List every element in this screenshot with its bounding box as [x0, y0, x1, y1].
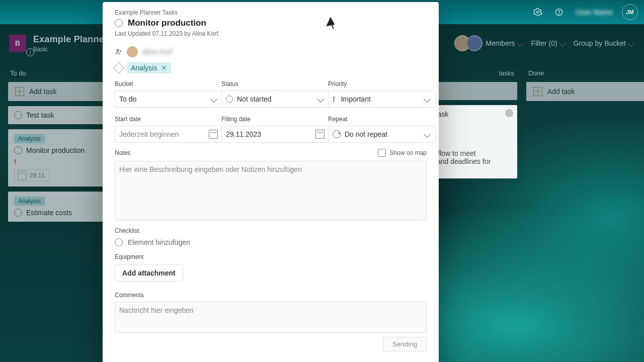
plan-badge-letter: B	[15, 39, 20, 47]
status-value: Not started	[237, 95, 271, 103]
add-task-button[interactable]: Add task	[526, 82, 644, 101]
status-field: Status Not started	[221, 80, 320, 108]
groupby-dropdown[interactable]: Group by Bucket	[574, 39, 635, 47]
task-title: Test task	[26, 111, 54, 119]
add-task-label: Add task	[547, 87, 575, 96]
chevron-down-icon	[519, 41, 524, 46]
checklist-placeholder: Element hinzufügen	[128, 238, 190, 246]
end-date-field: Filling date 29.11.2023	[221, 116, 320, 143]
field-label: Filling date	[221, 116, 320, 123]
status-select[interactable]: Not started	[221, 90, 329, 108]
assignees-row[interactable]: Alina Korf	[115, 46, 427, 57]
task-dialog: Example Planner Tasks Monitor production…	[103, 2, 439, 362]
send-label: Sending	[392, 340, 417, 348]
repeat-icon	[333, 130, 341, 138]
label-chip-text: Analysis	[131, 64, 157, 72]
calendar-icon[interactable]	[209, 130, 218, 139]
field-label: Status	[221, 80, 320, 87]
send-button[interactable]: Sending	[383, 337, 427, 351]
last-updated: Last Updated 07.11.2023 by Alina Korf.	[115, 30, 427, 37]
svg-point-0	[537, 11, 539, 14]
notes-label: Notes	[115, 149, 130, 156]
chevron-down-icon	[561, 41, 567, 46]
member-avatar-2[interactable]	[466, 35, 482, 51]
chevron-down-icon	[426, 97, 431, 102]
comments-label: Comments	[115, 292, 427, 299]
gear-icon	[533, 8, 542, 17]
task-chip: Analysis	[14, 197, 45, 206]
assignee-name: Alina Korf	[142, 48, 173, 56]
chevron-down-icon	[319, 97, 325, 102]
show-on-map-label: Show on map	[390, 149, 427, 156]
repeat-select[interactable]: Do not repeat	[328, 126, 436, 143]
due-date-text: 29.11.	[30, 172, 46, 179]
complete-toggle[interactable]	[14, 146, 22, 154]
end-value: 29.11.2023	[226, 130, 261, 138]
task-title: Monitor production	[26, 146, 85, 154]
complete-toggle[interactable]	[14, 209, 22, 217]
assign-icon	[115, 48, 123, 56]
labels-row[interactable]: Analysis ✕	[115, 62, 427, 73]
field-label: Start date	[115, 116, 213, 123]
repeat-value: Do not repeat	[345, 130, 387, 138]
add-checklist-item[interactable]: Element hinzufügen	[115, 238, 427, 246]
task-title: Estimate costs	[26, 209, 72, 217]
members-label: Members	[486, 39, 515, 47]
chevron-down-icon	[426, 132, 431, 137]
settings-button[interactable]	[530, 4, 546, 20]
column-title: Done	[528, 69, 644, 77]
repeat-field: Repeat Do not repeat	[328, 116, 427, 143]
comments-input[interactable]: Nachricht hier eingeben	[115, 302, 427, 333]
show-on-map-toggle[interactable]: Show on map	[378, 149, 427, 157]
complete-toggle[interactable]	[14, 111, 22, 119]
tag-icon	[113, 62, 125, 74]
field-label: Priority	[328, 80, 427, 87]
comments-placeholder: Nachricht hier eingeben	[119, 306, 194, 314]
add-task-label: Add task	[29, 87, 56, 96]
chevron-down-icon	[213, 97, 218, 102]
label-chip[interactable]: Analysis ✕	[127, 62, 171, 73]
members-dropdown[interactable]: Members	[486, 39, 524, 47]
add-attachment-label: Add attachment	[122, 269, 176, 277]
priority-select[interactable]: ! Important	[328, 90, 436, 108]
notes-input[interactable]: Hier eine Beschreibung eingeben oder Not…	[115, 161, 427, 220]
priority-icon: !	[14, 158, 16, 165]
add-attachment-button[interactable]: Add attachment	[115, 264, 183, 282]
plus-icon	[533, 87, 542, 96]
breadcrumb[interactable]: Example Planner Tasks	[115, 9, 427, 16]
complete-toggle[interactable]	[115, 19, 123, 27]
radio-icon	[115, 238, 123, 246]
svg-point-2	[558, 14, 559, 14]
bucket-select[interactable]: To do	[115, 90, 222, 108]
user-avatar[interactable]: JM	[622, 4, 638, 20]
remove-label-button[interactable]: ✕	[161, 64, 167, 72]
start-date-input[interactable]: Jederzeit beginnen	[115, 126, 222, 143]
assignee-avatar	[127, 46, 138, 57]
checklist-label: Checklist	[115, 227, 427, 234]
help-button[interactable]	[551, 4, 567, 20]
avatar-initials: JM	[626, 9, 633, 15]
due-date: 29.11.	[14, 169, 50, 182]
groupby-label: Group by Bucket	[574, 39, 626, 47]
column-done: Done Add task	[526, 64, 644, 222]
plus-icon	[15, 87, 24, 96]
info-icon[interactable]: i	[26, 48, 34, 56]
calendar-icon[interactable]	[315, 130, 325, 139]
filter-label: Filter (0)	[531, 39, 557, 47]
start-date-field: Start date Jederzeit beginnen	[115, 116, 213, 143]
checkbox-icon[interactable]	[378, 149, 386, 157]
dialog-title[interactable]: Monitor production	[128, 18, 206, 28]
priority-value: Important	[341, 95, 371, 103]
filter-dropdown[interactable]: Filter (0)	[531, 39, 567, 47]
svg-point-3	[117, 49, 119, 51]
status-icon	[226, 96, 233, 103]
notes-placeholder: Hier eine Beschreibung eingeben oder Not…	[119, 165, 302, 173]
start-placeholder: Jederzeit beginnen	[119, 130, 179, 138]
bucket-value: To do	[119, 95, 136, 103]
chevron-down-icon	[630, 41, 635, 46]
field-label: Bucket	[115, 80, 213, 87]
task-chip: Analysis	[14, 134, 45, 143]
end-date-input[interactable]: 29.11.2023	[221, 126, 329, 143]
assignee-avatar	[505, 109, 513, 117]
plan-badge: B	[9, 35, 26, 52]
